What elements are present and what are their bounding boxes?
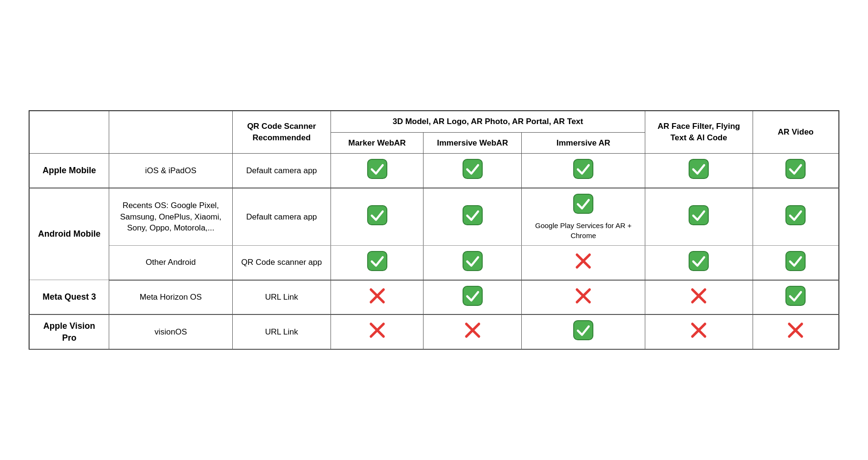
immersive-webar-apple-vision [423, 314, 522, 349]
os-meta-quest: Meta Horizon OS [109, 280, 232, 315]
header-immersive-ar: Immersive AR [522, 132, 645, 154]
face-meta-quest [645, 280, 753, 315]
qr-apple-mobile: Default camera app [232, 154, 331, 188]
marker-meta-quest [331, 280, 424, 315]
svg-rect-2 [574, 159, 593, 178]
os-apple-vision: visionOS [109, 314, 232, 349]
face-android-recent [645, 188, 753, 245]
svg-rect-5 [367, 206, 386, 225]
svg-rect-14 [689, 251, 708, 271]
qr-apple-vision: URL Link [232, 314, 331, 349]
header-3d-group: 3D Model, AR Logo, AR Photo, AR Portal, … [331, 111, 645, 132]
os-android-other: Other Android [109, 245, 232, 280]
face-android-other [645, 245, 753, 280]
svg-rect-9 [786, 206, 805, 225]
device-apple-vision: Apple Vision Pro [29, 314, 109, 349]
header-device [29, 111, 109, 154]
compatibility-table: QR Code Scanner Recommended 3D Model, AR… [29, 110, 839, 350]
svg-rect-28 [574, 321, 593, 340]
header-qr: QR Code Scanner Recommended [232, 111, 331, 154]
face-apple-vision [645, 314, 753, 349]
device-meta-quest: Meta Quest 3 [29, 280, 109, 315]
immersive-ar-android-recent: Google Play Services for AR + Chrome [522, 188, 645, 245]
video-meta-quest [753, 280, 839, 315]
immersive-ar-android-note: Google Play Services for AR + Chrome [527, 220, 639, 240]
video-android-other [753, 245, 839, 280]
header-marker: Marker WebAR [331, 132, 424, 154]
svg-rect-8 [689, 206, 708, 225]
svg-rect-18 [463, 286, 482, 305]
immersive-webar-apple-mobile [423, 154, 522, 188]
qr-android-other: QR Code scanner app [232, 245, 331, 280]
svg-rect-3 [689, 159, 708, 178]
video-apple-mobile [753, 154, 839, 188]
os-apple-mobile: iOS & iPadOS [109, 154, 232, 188]
svg-rect-0 [367, 159, 386, 178]
immersive-ar-apple-mobile [522, 154, 645, 188]
svg-rect-6 [463, 206, 482, 225]
os-android-recent: Recents OS: Google Pixel, Samsung, OnePl… [109, 188, 232, 245]
svg-rect-10 [367, 251, 386, 271]
header-video: AR Video [753, 111, 839, 154]
immersive-ar-android-other [522, 245, 645, 280]
svg-rect-4 [786, 159, 805, 178]
marker-android-recent [331, 188, 424, 245]
svg-rect-11 [463, 251, 482, 271]
immersive-ar-apple-vision [522, 314, 645, 349]
device-apple-mobile: Apple Mobile [29, 154, 109, 188]
qr-android-recent: Default camera app [232, 188, 331, 245]
face-apple-mobile [645, 154, 753, 188]
immersive-webar-android-recent [423, 188, 522, 245]
header-os [109, 111, 232, 154]
header-face: AR Face Filter, Flying Text & AI Code [645, 111, 753, 154]
svg-rect-15 [786, 251, 805, 271]
video-apple-vision [753, 314, 839, 349]
svg-rect-1 [463, 159, 482, 178]
qr-meta-quest: URL Link [232, 280, 331, 315]
compatibility-table-wrapper: QR Code Scanner Recommended 3D Model, AR… [29, 110, 839, 350]
video-android-recent [753, 188, 839, 245]
device-android-mobile: Android Mobile [29, 188, 109, 280]
marker-apple-vision [331, 314, 424, 349]
svg-rect-23 [786, 286, 805, 305]
immersive-ar-meta-quest [522, 280, 645, 315]
header-immersive-webar: Immersive WebAR [423, 132, 522, 154]
immersive-webar-meta-quest [423, 280, 522, 315]
marker-android-other [331, 245, 424, 280]
immersive-webar-android-other [423, 245, 522, 280]
svg-rect-7 [574, 194, 593, 213]
marker-apple-mobile [331, 154, 424, 188]
